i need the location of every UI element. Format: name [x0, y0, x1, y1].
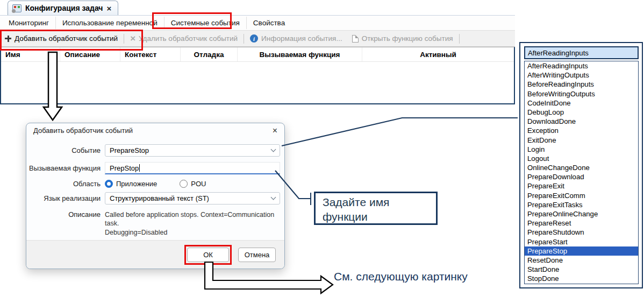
screenshot-stage: Конфигурация задач × Мониторинг Использо… — [0, 0, 644, 296]
event-info-label: Информация события... — [261, 34, 342, 43]
event-option-selected[interactable]: PrepareStop — [525, 246, 638, 256]
event-handlers-table: Имя Описание Контекст Отладка Вызываемая… — [0, 47, 515, 104]
event-label: Событие — [26, 146, 101, 154]
chevron-down-icon — [271, 195, 276, 200]
column-header-context[interactable]: Контекст — [120, 47, 181, 61]
scope-radio-group: Приложение POU — [105, 180, 280, 188]
event-option[interactable]: PrepareStart — [525, 237, 638, 246]
implementation-language-label: Язык реализации — [26, 194, 101, 202]
system-events-dropdown-panel: AfterReadingInputs AfterReadingInputs Af… — [519, 42, 643, 288]
event-option[interactable]: OnlineChangeDone — [525, 163, 638, 172]
tab-title: Конфигурация задач — [25, 4, 103, 12]
description-line-2: Debugging=Disabled — [105, 228, 280, 237]
cancel-button[interactable]: Отмена — [238, 248, 276, 262]
event-options-list: AfterReadingInputs AfterWritingOutputs B… — [524, 61, 639, 284]
callout-set-function-name: Задайте имя функции — [314, 192, 438, 225]
dialog-title-bar: Добавить обработчик событий × — [26, 123, 284, 138]
toolbar-separator — [244, 34, 244, 44]
subtab-bar: Мониторинг Использование переменной Сист… — [0, 15, 515, 30]
add-event-handler-label: Добавить обработчик событий — [15, 34, 118, 43]
callout-line-2: функции — [323, 210, 436, 224]
tab-properties[interactable]: Свойства — [247, 17, 291, 29]
remove-event-handler-label: Удалить обработчик событий — [139, 34, 238, 43]
chevron-down-icon — [271, 147, 276, 152]
document-tab-bar: Конфигурация задач × — [0, 0, 515, 15]
tab-monitoring[interactable]: Мониторинг — [2, 17, 56, 29]
delete-x-icon: × — [130, 34, 135, 43]
text-caret — [139, 164, 140, 172]
open-event-function-label: Открыть функцию события — [362, 34, 453, 43]
radio-selected-icon — [105, 180, 113, 188]
event-option[interactable]: StopDone — [525, 274, 638, 283]
tab-system-events[interactable]: Системные события — [164, 17, 247, 29]
called-function-label: Вызываемая функция — [26, 164, 101, 172]
ok-button[interactable]: ОК — [187, 248, 229, 262]
implementation-language-combobox[interactable]: Структурированный текст (ST) — [105, 192, 280, 205]
event-option[interactable]: Exception — [525, 126, 638, 135]
tab-close-icon[interactable]: × — [106, 4, 111, 12]
info-icon: i — [250, 34, 258, 43]
open-event-function-button[interactable]: Открыть функцию события — [347, 31, 458, 46]
event-option[interactable]: ExitDone — [525, 136, 638, 145]
add-event-handler-dialog: Добавить обработчик событий × Событие Pr… — [26, 123, 285, 269]
event-option[interactable]: BeforeReadingInputs — [525, 80, 638, 89]
radio-pou[interactable]: POU — [180, 180, 206, 188]
task-configuration-window: Конфигурация задач × Мониторинг Использо… — [0, 0, 515, 104]
column-header-description[interactable]: Описание — [60, 47, 120, 61]
event-option[interactable]: PrepareReset — [525, 219, 638, 228]
callout-line-1: Задайте имя — [323, 195, 436, 210]
toolbar-separator — [459, 34, 460, 44]
event-option[interactable]: DownloadDone — [525, 117, 638, 126]
add-event-handler-button[interactable]: Добавить обработчик событий — [0, 31, 123, 46]
event-option[interactable]: ResetDone — [525, 256, 638, 265]
description-label: Описание — [26, 210, 101, 219]
plus-icon — [5, 36, 11, 42]
implementation-language-value: Структурированный текст (ST) — [110, 194, 209, 202]
event-option[interactable]: CodeInitDone — [525, 98, 638, 108]
column-header-debug[interactable]: Отладка — [181, 47, 238, 61]
event-option[interactable]: PrepareExitTasks — [525, 200, 638, 209]
dialog-title: Добавить обработчик событий — [33, 126, 133, 135]
event-option[interactable]: BeforeWritingOutputs — [525, 89, 638, 98]
column-header-active[interactable]: Активный — [362, 47, 514, 61]
table-header-row: Имя Описание Контекст Отладка Вызываемая… — [1, 47, 514, 62]
connector-event-combo-to-events-list — [282, 118, 518, 146]
event-option[interactable]: PrepareOnlineChange — [525, 209, 638, 219]
event-info-button[interactable]: i Информация события... — [245, 31, 347, 46]
task-configuration-icon — [12, 4, 22, 12]
event-combobox[interactable]: PrepareStop — [105, 144, 280, 157]
highlight-box-ok-button: ОК — [184, 245, 232, 265]
called-function-input[interactable]: PrepStop — [105, 162, 280, 174]
event-option[interactable]: AfterWritingOutputs — [525, 71, 638, 80]
scope-label: Область — [26, 180, 101, 188]
tab-variable-usage[interactable]: Использование переменной — [56, 17, 164, 29]
radio-application-label: Приложение — [116, 180, 157, 188]
column-header-name[interactable]: Имя — [1, 47, 60, 61]
toolbar-separator — [124, 34, 124, 44]
event-combobox-value: PrepareStop — [110, 146, 149, 154]
radio-unselected-icon — [180, 180, 188, 188]
event-option[interactable]: PrepareExit — [525, 181, 638, 191]
event-option[interactable]: AfterReadingInputs — [525, 61, 638, 71]
events-toolbar: Добавить обработчик событий × Удалить об… — [0, 30, 515, 47]
event-option[interactable]: PrepareDownload — [525, 172, 638, 181]
called-function-value: PrepStop — [110, 164, 139, 172]
radio-application[interactable]: Приложение — [105, 180, 157, 188]
see-next-picture-note: См. следующую картинку — [334, 270, 468, 283]
dialog-footer: ОК Отмена — [26, 240, 284, 269]
event-combobox-header[interactable]: AfterReadingInputs — [524, 46, 639, 59]
dialog-close-icon[interactable]: × — [273, 126, 277, 135]
event-option[interactable]: PrepareExitComm — [525, 191, 638, 200]
column-header-called-function[interactable]: Вызываемая функция — [238, 47, 362, 61]
tab-task-configuration[interactable]: Конфигурация задач × — [8, 1, 118, 15]
event-option[interactable]: PrepareShutdown — [525, 228, 638, 237]
description-line-1: Called before application stops. Context… — [105, 210, 280, 228]
remove-event-handler-button[interactable]: × Удалить обработчик событий — [125, 31, 242, 46]
event-option[interactable]: DebugLoop — [525, 108, 638, 117]
event-option[interactable]: StartDone — [525, 265, 638, 274]
event-option[interactable]: Logout — [525, 154, 638, 163]
event-option[interactable]: Login — [525, 145, 638, 154]
radio-pou-label: POU — [191, 180, 206, 188]
document-icon — [352, 35, 359, 43]
event-description-text: Called before application stops. Context… — [105, 210, 280, 237]
